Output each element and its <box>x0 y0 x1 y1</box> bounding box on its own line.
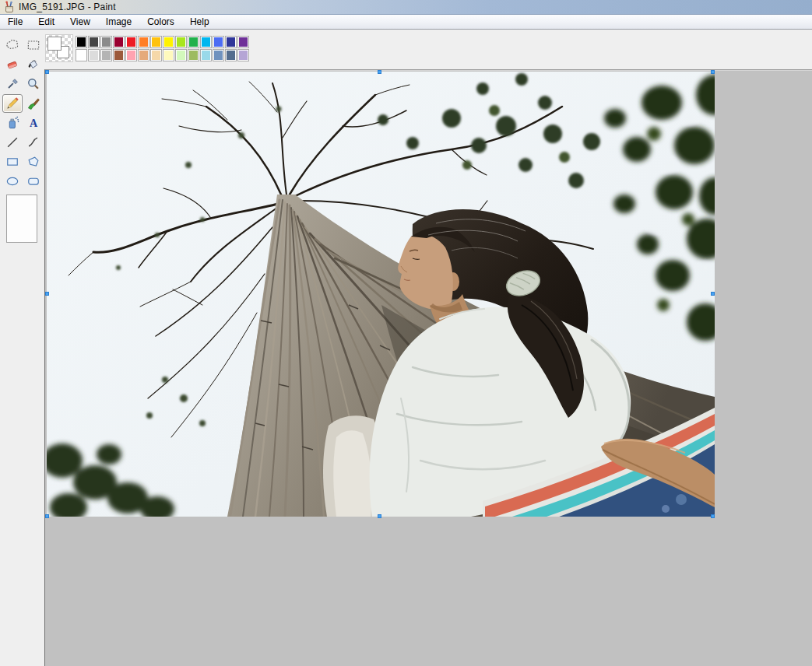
color-swatch-fill <box>202 37 210 47</box>
paint-app-icon <box>3 1 16 13</box>
color-swatch[interactable] <box>163 49 174 61</box>
tool-curve[interactable] <box>23 133 44 152</box>
menu-view[interactable]: View <box>62 15 98 29</box>
color-swatch[interactable] <box>100 49 112 61</box>
color-swatch[interactable] <box>175 49 187 61</box>
ellipse-icon <box>4 174 21 189</box>
menu-help[interactable]: Help <box>182 15 217 29</box>
tool-select[interactable] <box>23 36 44 54</box>
curve-icon <box>25 135 42 150</box>
color-swatch[interactable] <box>237 49 249 61</box>
tool-polygon[interactable] <box>23 152 44 171</box>
color-swatch[interactable] <box>125 36 137 48</box>
color-swatch[interactable] <box>88 36 100 48</box>
tool-rectangle[interactable] <box>2 152 23 171</box>
color-swatch[interactable] <box>213 49 224 61</box>
workspace <box>44 69 812 666</box>
color-swatch[interactable] <box>188 49 199 61</box>
color-swatch-fill <box>164 51 173 60</box>
color-swatch-fill <box>77 37 86 47</box>
color-swatch[interactable] <box>88 49 100 61</box>
color-swatch[interactable] <box>113 36 125 48</box>
menu-colors[interactable]: Colors <box>139 15 182 29</box>
color-swatch-fill <box>127 51 135 60</box>
color-swatch-fill <box>239 51 248 60</box>
svg-text:A: A <box>30 117 38 129</box>
menu-edit[interactable]: Edit <box>30 15 62 29</box>
canvas-handle-middle-left[interactable] <box>45 292 49 296</box>
tool-pick-color[interactable] <box>2 75 23 93</box>
color-swatch-fill <box>214 51 223 60</box>
brush-icon <box>25 96 42 111</box>
canvas-handle-bottom-center[interactable] <box>378 514 381 518</box>
color-swatch[interactable] <box>188 36 199 48</box>
tool-free-form-select[interactable] <box>2 36 23 54</box>
tool-airbrush[interactable] <box>2 114 23 132</box>
color-swatch[interactable] <box>138 36 149 48</box>
tool-rounded-rectangle[interactable] <box>23 172 44 191</box>
color-swatch[interactable] <box>225 49 237 61</box>
color-swatch-fill <box>189 51 198 60</box>
menu-image[interactable]: Image <box>98 15 139 29</box>
pick-color-icon <box>4 76 21 92</box>
color-swatch-fill <box>127 37 135 47</box>
color-swatch[interactable] <box>76 36 87 48</box>
color-swatch[interactable] <box>200 49 212 61</box>
tool-text[interactable]: A <box>23 114 44 132</box>
tool-magnifier[interactable] <box>23 75 44 93</box>
current-colors-indicator <box>45 34 73 62</box>
color-swatch-fill <box>139 51 148 60</box>
airbrush-icon <box>4 115 21 131</box>
free-form-select-icon <box>4 37 21 53</box>
color-swatch[interactable] <box>125 49 137 61</box>
tool-fill-with-color[interactable] <box>23 55 44 74</box>
tool-brush[interactable] <box>23 94 44 113</box>
tool-pencil[interactable] <box>2 94 23 113</box>
color-swatch[interactable] <box>175 36 187 48</box>
color-swatch-fill <box>102 51 111 60</box>
color-swatch-fill <box>90 51 98 60</box>
pencil-icon <box>4 96 21 111</box>
photo-img-5191 <box>47 72 715 517</box>
menu-file[interactable]: File <box>0 15 30 29</box>
drawing-canvas[interactable] <box>47 72 715 517</box>
color-swatch[interactable] <box>76 49 87 61</box>
rectangle-icon <box>4 154 21 170</box>
color-swatch-fill <box>177 51 185 60</box>
color-swatch-fill <box>139 37 148 47</box>
canvas-handle-bottom-left[interactable] <box>45 514 49 518</box>
canvas-handle-top-center[interactable] <box>378 70 381 74</box>
color-swatch-fill <box>77 51 86 60</box>
tool-ellipse[interactable] <box>2 172 23 191</box>
color-swatch-fill <box>90 37 98 47</box>
canvas-handle-bottom-right[interactable] <box>711 514 715 518</box>
color-swatch[interactable] <box>138 49 149 61</box>
canvas-handle-middle-right[interactable] <box>711 292 715 296</box>
color-swatch[interactable] <box>213 36 224 48</box>
color-swatch-fill <box>227 51 235 60</box>
color-swatch[interactable] <box>113 49 125 61</box>
text-icon: A <box>25 115 42 131</box>
tool-eraser[interactable] <box>2 55 23 74</box>
color-swatch[interactable] <box>150 36 162 48</box>
tool-box: A <box>2 36 44 191</box>
rounded-rectangle-icon <box>25 174 42 189</box>
menu-bar: FileEditViewImageColorsHelp <box>0 15 812 30</box>
color-swatch-fill <box>202 51 210 60</box>
tool-line[interactable] <box>2 133 23 152</box>
color-swatch-fill <box>152 51 160 60</box>
color-swatch[interactable] <box>237 36 249 48</box>
color-swatch-fill <box>214 37 223 47</box>
foreground-color-swatch[interactable] <box>47 37 62 51</box>
color-swatch[interactable] <box>163 36 174 48</box>
color-swatch[interactable] <box>200 36 212 48</box>
fill-with-color-icon <box>25 57 42 72</box>
canvas-handle-top-right[interactable] <box>711 70 715 74</box>
color-swatch[interactable] <box>100 36 112 48</box>
tool-options-box[interactable] <box>6 195 37 243</box>
color-swatch[interactable] <box>150 49 162 61</box>
canvas-handle-top-left[interactable] <box>45 70 49 74</box>
color-swatch[interactable] <box>225 36 237 48</box>
title-bar[interactable]: IMG_5191.JPG - Paint <box>0 0 812 15</box>
color-swatch-fill <box>177 37 185 47</box>
